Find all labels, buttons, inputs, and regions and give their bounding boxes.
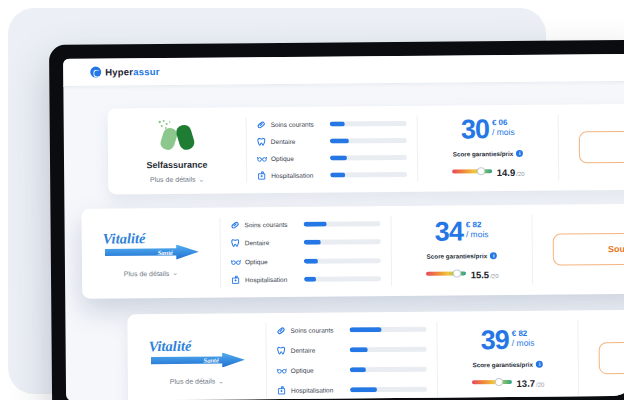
price-block: 34 € 82/ mois Score garanties/prix i 15.… (391, 205, 532, 296)
tooth-icon (257, 137, 268, 146)
score-gauge-handle (477, 167, 485, 175)
guarantee-bar (330, 121, 407, 127)
screen: Hyperassur S (63, 54, 624, 400)
brand-text: Hyperassur (105, 66, 159, 77)
guarantee-row: Hospitalisation (231, 273, 381, 285)
guarantee-bar (304, 276, 381, 282)
offer-logo-block: Vitalité Santé Plus de détails⌄ (127, 313, 266, 400)
guarantees-block: Soins courants Dentaire Optique (247, 106, 418, 193)
guarantee-row: Hospitalisation (277, 384, 427, 396)
chevron-down-icon: ⌄ (198, 177, 204, 181)
score-gauge-track (452, 169, 492, 173)
hospital-icon (277, 386, 288, 395)
price-cents: € 06 (492, 118, 515, 127)
score-max: /20 (516, 171, 524, 177)
pill-icon (231, 220, 242, 229)
info-icon[interactable]: i (516, 150, 523, 157)
guarantee-bar (330, 138, 407, 144)
guarantee-row: Dentaire (277, 344, 427, 356)
offer-logo-block: Selfassurance Plus de détails⌄ (108, 107, 247, 194)
guarantee-bar (304, 258, 381, 264)
score-gauge: 15.5/20 (426, 264, 499, 283)
score-gauge-handle (453, 269, 461, 277)
guarantees-block: Soins courants Dentaire Optique (266, 312, 437, 400)
price-block: 39 € 82/ mois Score garanties/prix i 13.… (437, 310, 578, 400)
guarantee-label: Hospitalisation (268, 172, 330, 180)
tooth-icon (231, 239, 242, 248)
hospital-icon (257, 171, 268, 180)
details-toggle[interactable]: Plus de détails⌄ (150, 176, 204, 183)
score-gauge: 14.9/20 (452, 162, 525, 181)
price: 39 € 82/ mois (481, 326, 535, 353)
offer-card-selfassurance: Selfassurance Plus de détails⌄ Soins cou… (108, 102, 624, 194)
score-max: /20 (536, 381, 544, 387)
vitalite-sante-logo: Vitalité Santé (95, 229, 207, 264)
info-icon[interactable]: i (490, 252, 497, 259)
guarantee-row: Optique (257, 152, 407, 164)
guarantee-label: Soins courants (268, 121, 330, 129)
score-value: 13.7 (516, 377, 535, 388)
offer-card-vitalite-sante-2: Vitalité Santé Plus de détails⌄ Soins co… (127, 308, 624, 400)
guarantee-label: Optique (242, 257, 304, 265)
score-gauge-handle (495, 378, 503, 386)
hospital-icon (231, 275, 242, 284)
guarantee-bar (304, 221, 381, 227)
score-gauge: 13.7/20 (471, 372, 544, 391)
guarantee-row: Soins courants (257, 118, 407, 130)
subscribe-button[interactable]: Souscrire (553, 232, 624, 265)
guarantee-row: Dentaire (257, 135, 407, 147)
offer-name: Selfassurance (146, 160, 207, 171)
vitalite-sante-logo: Vitalité Santé (141, 337, 253, 372)
details-toggle[interactable]: Plus de détails⌄ (124, 269, 178, 276)
monitor-mockup: Hyperassur S (49, 40, 624, 400)
price-period: / mois (492, 127, 515, 137)
score-label: Score garanties/prix (427, 252, 488, 260)
page: Hyperassur S (0, 0, 624, 400)
offers-list: Selfassurance Plus de détails⌄ Soins cou… (63, 82, 624, 400)
app-header: Hyperassur (63, 54, 624, 87)
chevron-down-icon: ⌄ (218, 379, 224, 383)
price: 34 € 82/ mois (435, 218, 489, 245)
guarantee-label: Soins courants (242, 221, 304, 229)
guarantee-row: Optique (277, 364, 427, 376)
guarantee-bar (350, 387, 427, 393)
guarantee-row: Dentaire (231, 236, 381, 248)
guarantee-label: Hospitalisation (288, 386, 350, 394)
subscribe-button[interactable]: Souscrire (599, 340, 624, 373)
pill-icon (276, 326, 287, 335)
price-period: / mois (512, 337, 535, 347)
subscribe-button[interactable]: Souscrire (579, 130, 624, 163)
guarantee-label: Dentaire (242, 239, 304, 247)
score-value: 14.9 (497, 167, 516, 178)
guarantee-row: Optique (231, 255, 381, 267)
hyperassur-logo-icon (90, 67, 101, 78)
selfassurance-logo (154, 119, 200, 155)
price-cents: € 82 (512, 328, 535, 337)
price-block: 30 € 06/ mois Score garanties/prix i 14.… (418, 105, 559, 192)
guarantee-label: Optique (288, 366, 350, 374)
glasses-icon (277, 366, 288, 375)
hyperassur-logo[interactable]: Hyperassur (90, 66, 159, 78)
guarantee-bar (304, 239, 381, 245)
guarantee-row: Soins courants (231, 218, 381, 230)
info-icon[interactable]: i (536, 360, 543, 367)
glasses-icon (231, 257, 242, 266)
price-cents: € 82 (466, 220, 489, 229)
score-value: 15.5 (471, 269, 490, 280)
tooth-icon (277, 346, 288, 355)
price-integer: 30 (461, 116, 489, 143)
guarantee-bar (349, 327, 426, 333)
guarantees-block: Soins courants Dentaire Optique (220, 206, 391, 297)
details-toggle[interactable]: Plus de détails⌄ (170, 377, 224, 384)
guarantee-row: Hospitalisation (257, 169, 407, 181)
pill-icon (257, 120, 268, 129)
guarantee-row: Soins courants (276, 324, 426, 336)
guarantee-label: Dentaire (288, 346, 350, 354)
offer-logo-block: Vitalité Santé Plus de détails⌄ (81, 208, 220, 299)
score-max: /20 (490, 273, 498, 279)
guarantee-bar (350, 347, 427, 353)
score-gauge-track (426, 271, 466, 275)
glasses-icon (257, 154, 268, 163)
score-label: Score garanties/prix (472, 360, 533, 368)
guarantee-label: Optique (268, 155, 330, 163)
